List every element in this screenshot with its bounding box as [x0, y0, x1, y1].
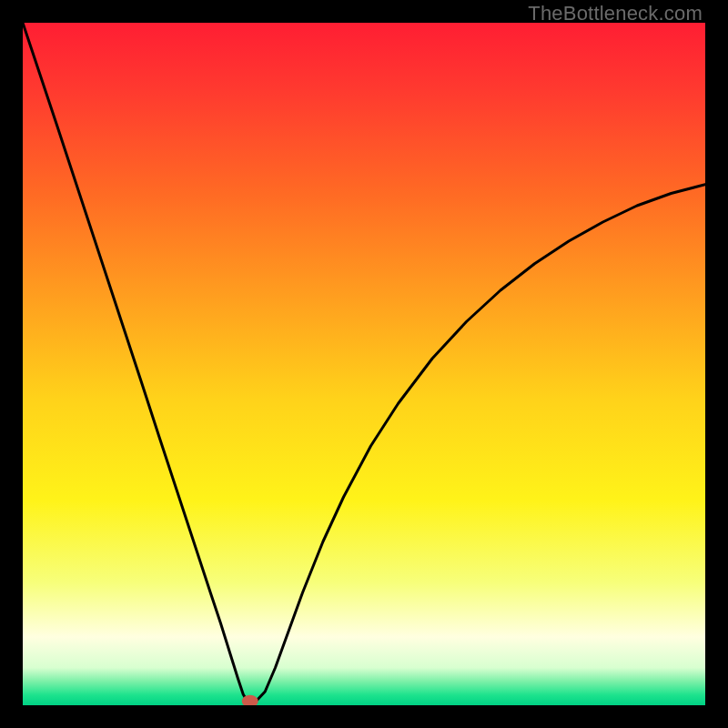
bottleneck-chart [23, 23, 705, 705]
chart-frame [23, 23, 705, 705]
gradient-background [23, 23, 705, 705]
watermark-text: TheBottleneck.com [528, 2, 703, 25]
